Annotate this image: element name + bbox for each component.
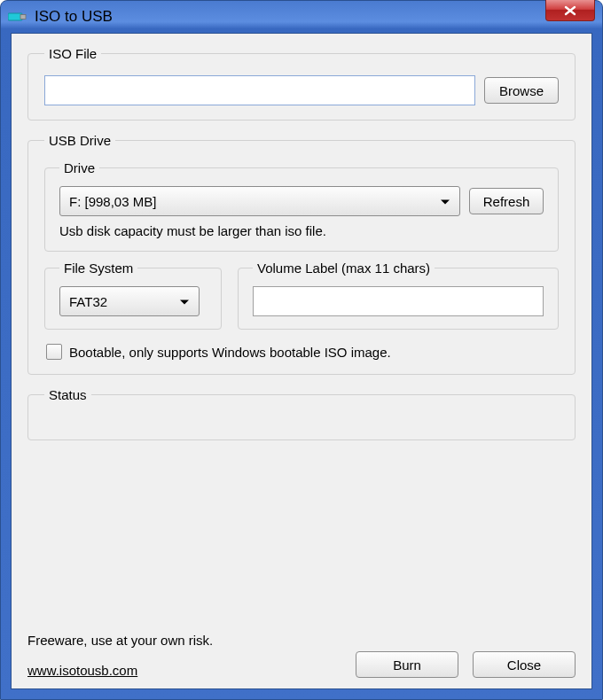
website-link[interactable]: www.isotousb.com: [27, 663, 137, 678]
footer: Freeware, use at your own risk. www.isot…: [27, 633, 576, 678]
status-label: Status: [44, 387, 91, 402]
drive-label: Drive: [59, 160, 99, 175]
volume-label-label: Volume Label (max 11 chars): [253, 261, 435, 276]
chevron-down-icon: [179, 294, 190, 309]
capacity-hint: Usb disk capacity must be larger than is…: [59, 223, 544, 238]
refresh-button[interactable]: Refresh: [469, 188, 544, 214]
app-window: ISO to USB ISO File Browse USB Drive Dri…: [0, 0, 603, 700]
close-icon: [563, 5, 577, 16]
drive-select-value: F: [998,03 MB]: [69, 194, 156, 209]
close-button[interactable]: Close: [473, 651, 576, 678]
titlebar: ISO to USB: [1, 1, 602, 33]
close-window-button[interactable]: [545, 0, 595, 21]
drive-select[interactable]: F: [998,03 MB]: [59, 186, 460, 216]
burn-button[interactable]: Burn: [356, 651, 458, 678]
usb-drive-group: USB Drive Drive F: [998,03 MB] Refresh U…: [27, 133, 576, 375]
disclaimer-text: Freeware, use at your own risk.: [27, 633, 576, 648]
drive-subgroup: Drive F: [998,03 MB] Refresh Usb disk ca…: [44, 160, 559, 252]
filesystem-select-value: FAT32: [69, 294, 107, 309]
content-area: ISO File Browse USB Drive Drive F: [998,…: [11, 33, 592, 689]
iso-file-label: ISO File: [44, 46, 101, 61]
usb-drive-icon: [8, 11, 27, 23]
chevron-down-icon: [440, 194, 450, 209]
filesystem-subgroup: File System FAT32: [44, 261, 222, 330]
usb-drive-label: USB Drive: [44, 133, 115, 148]
volume-label-input[interactable]: [253, 286, 544, 316]
bootable-label: Bootable, only supports Windows bootable…: [69, 345, 391, 360]
iso-file-group: ISO File Browse: [27, 46, 576, 121]
status-group: Status: [27, 387, 576, 440]
window-title: ISO to USB: [35, 8, 113, 26]
browse-button[interactable]: Browse: [484, 77, 559, 104]
bootable-checkbox[interactable]: [46, 344, 62, 360]
filesystem-label: File System: [59, 261, 137, 276]
iso-path-input[interactable]: [44, 75, 475, 105]
volume-label-subgroup: Volume Label (max 11 chars): [238, 261, 559, 330]
svg-rect-1: [20, 15, 26, 19]
filesystem-select[interactable]: FAT32: [59, 286, 200, 316]
